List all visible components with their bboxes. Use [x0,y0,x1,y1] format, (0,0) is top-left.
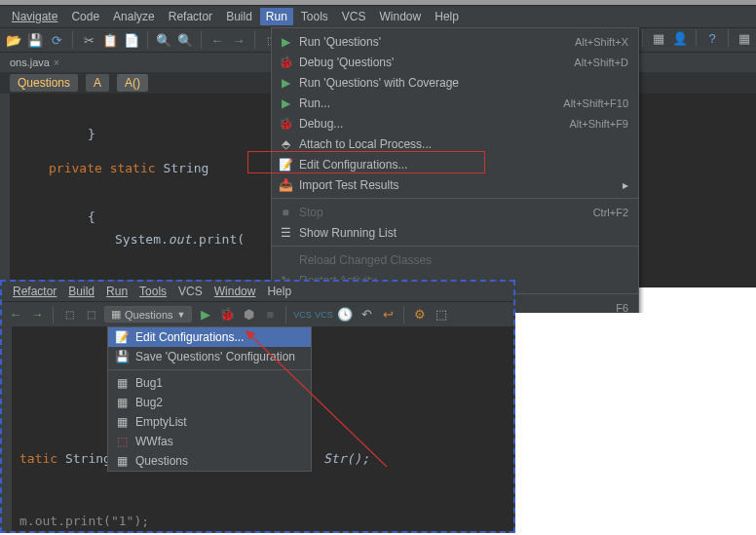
code-line: m.out.print("1"); [19,514,149,528]
ide-window-main: Navigate Code Analyze Refactor Build Run… [0,0,756,287]
sec-menu-vcs[interactable]: VCS [173,284,208,299]
right-toolbar: ▦ 👤 ? ▦ [640,29,752,47]
run-config-selector[interactable]: ▦ Questions ▼ [104,306,192,323]
toolbar-separator [254,31,255,49]
sec-menu-build[interactable]: Build [63,284,99,299]
menu-run[interactable]: Run [260,8,293,25]
app-icon: ▦ [114,395,130,410]
list-icon: ☰ [278,225,293,241]
close-icon[interactable]: × [54,57,59,68]
config-wwfas[interactable]: ⬚ WWfas [108,432,311,451]
menu-navigate[interactable]: Navigate [6,8,63,25]
config-emptylist[interactable]: ▦ EmptyList [108,412,311,432]
import-test-results-item[interactable]: 📥 Import Test Results ▸ [272,174,638,195]
copy-icon[interactable]: 📋 [102,32,118,48]
ant-icon[interactable]: 👤 [672,30,688,46]
open-icon[interactable]: 📂 [6,32,21,48]
side-gutter [0,94,10,152]
sec-menu-tools[interactable]: Tools [134,284,171,299]
app-icon: ▦ [114,414,130,430]
config-bug2[interactable]: ▦ Bug2 [108,393,311,412]
page-whitespace [515,313,756,535]
vcs-icon[interactable]: VCS [294,307,310,323]
vcs-update-icon[interactable]: VCS [316,307,331,323]
structure-icon[interactable]: ▦ [651,30,666,46]
forward-icon[interactable]: → [29,307,45,323]
import-icon: 📥 [278,177,293,193]
run-dots-item[interactable]: ▶ Run... Alt+Shift+F10 [272,93,638,113]
show-running-list-item[interactable]: ☰ Show Running List [272,222,638,243]
run-questions-item[interactable]: ▶ Run 'Questions' Alt+Shift+X [272,31,638,52]
menu-separator [108,369,311,370]
toolbar-separator [147,31,148,49]
code-line: tatic String [19,451,111,466]
edit-configurations-item[interactable]: 📝 Edit Configurations... [108,327,311,347]
bug-icon: 🐞 [278,55,293,70]
cut-icon[interactable]: ✂ [81,32,96,48]
crumb-class[interactable]: Questions [10,74,78,92]
play-icon[interactable]: ▶ [198,307,213,323]
run-coverage-item[interactable]: ▶ Run 'Questions' with Coverage [272,72,638,93]
crumb-method[interactable]: A() [117,74,148,92]
submenu-arrow-icon: ▸ [623,178,628,192]
attach-process-item[interactable]: ⬘ Attach to Local Process... [272,134,638,154]
sec-menu-window[interactable]: Window [209,284,261,299]
save-icon[interactable]: 💾 [27,32,43,48]
config-questions[interactable]: ▦ Questions [108,451,311,471]
config-bug1[interactable]: ▦ Bug1 [108,373,311,393]
crumb-class-a[interactable]: A [86,74,109,92]
debug-questions-item[interactable]: 🐞 Debug 'Questions' Alt+Shift+D [272,52,638,72]
edit-configurations-item[interactable]: 📝 Edit Configurations... [272,154,638,174]
sec-menu-refactor[interactable]: Refactor [8,284,61,299]
replace-icon[interactable]: 🔍 [177,32,193,48]
menu-analyze[interactable]: Analyze [107,8,161,25]
revert-icon[interactable]: ↶ [359,307,374,323]
git-icon[interactable]: 🕓 [337,307,353,323]
config-icon[interactable]: ⬚ [83,307,98,323]
toolbar-separator [53,306,54,324]
block-icon[interactable]: ⬚ [61,307,77,323]
debug-dots-item[interactable]: 🐞 Debug... Alt+Shift+F9 [272,113,638,134]
edit-config-icon: 📝 [114,329,130,345]
toolbar-separator [403,306,404,324]
forward-icon[interactable]: → [231,32,246,48]
bug-icon[interactable]: 🐞 [219,307,235,323]
play-icon: ▶ [278,96,293,111]
paste-icon[interactable]: 📄 [124,32,139,48]
menu-tools[interactable]: Tools [295,8,334,25]
stop-item: ■ Stop Ctrl+F2 [272,202,638,222]
settings-icon[interactable]: ⚙ [412,307,428,323]
sec-menu-run[interactable]: Run [101,284,132,299]
toolbar-separator [728,29,729,47]
more-icon[interactable]: ⬚ [434,307,449,323]
app-error-icon: ⬚ [114,434,130,449]
stop-icon: ■ [278,205,293,220]
find-icon[interactable]: 🔍 [156,32,171,48]
menu-build[interactable]: Build [220,8,258,25]
save-icon: 💾 [114,349,130,364]
stop-icon: ■ [262,307,278,323]
coverage-icon[interactable]: ⬢ [241,307,256,323]
bug-icon: 🐞 [278,116,293,132]
more-icon[interactable]: ▦ [737,30,752,46]
back-icon[interactable]: ← [8,307,23,323]
reload-classes-item: Reload Changed Classes [272,249,638,270]
back-icon[interactable]: ← [209,32,225,48]
menu-code[interactable]: Code [65,8,105,25]
menu-vcs[interactable]: VCS [336,8,372,25]
undo-icon[interactable]: ↩ [380,307,396,323]
menu-help[interactable]: Help [429,8,465,25]
sync-icon[interactable]: ⟳ [49,32,64,48]
attach-icon: ⬘ [278,136,293,152]
sec-menu-help[interactable]: Help [262,284,296,299]
toolbar-separator [72,31,73,49]
menu-refactor[interactable]: Refactor [163,8,218,25]
toolbar-separator [201,31,202,49]
help-icon[interactable]: ? [704,30,720,46]
code-line: Str(); [323,451,369,466]
app-icon: ▦ [114,375,130,391]
menu-window[interactable]: Window [374,8,428,25]
file-tab[interactable]: ons.java × [4,55,65,70]
save-configuration-item[interactable]: 💾 Save 'Questions' Configuration [108,347,311,366]
file-tab-label: ons.java [10,57,50,68]
